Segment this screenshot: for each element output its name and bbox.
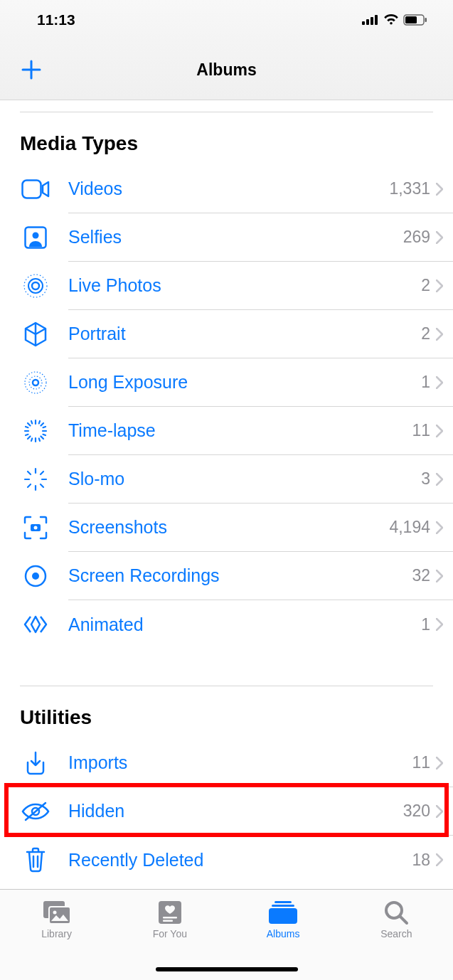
tab-albums[interactable]: Albums	[227, 890, 340, 980]
row-screen-recordings[interactable]: Screen Recordings32	[0, 552, 453, 600]
row-count: 1,331	[389, 179, 430, 198]
svg-line-20	[28, 423, 31, 426]
row-count: 3	[421, 469, 430, 489]
row-count: 4,194	[389, 518, 430, 537]
plus-icon	[20, 58, 43, 81]
svg-point-9	[33, 233, 39, 239]
row-imports[interactable]: Imports11	[0, 739, 453, 787]
row-portrait[interactable]: Portrait2	[0, 310, 453, 358]
row-count: 320	[403, 801, 430, 821]
tab-search[interactable]: Search	[340, 890, 453, 980]
svg-line-28	[26, 427, 28, 427]
section-title-media-types: Media Types	[0, 112, 453, 165]
row-hidden[interactable]: Hidden320	[0, 787, 453, 836]
eye-slash-icon	[21, 801, 50, 821]
row-label: Slo-mo	[68, 469, 421, 489]
chevron-right-icon	[436, 183, 443, 196]
trash-icon	[25, 847, 46, 873]
svg-rect-50	[163, 917, 177, 919]
row-count: 11	[412, 421, 430, 440]
status-bar: 11:13	[0, 0, 453, 40]
svg-rect-52	[275, 901, 292, 903]
status-time: 11:13	[37, 11, 75, 28]
page-title: Albums	[196, 60, 256, 80]
row-label: Time-lapse	[68, 420, 412, 441]
record-icon	[23, 564, 48, 588]
row-label: Imports	[68, 752, 412, 773]
cellular-icon	[362, 15, 379, 25]
video-icon	[21, 179, 50, 199]
row-selfies[interactable]: Selfies269	[0, 213, 453, 262]
chevron-right-icon	[436, 618, 443, 631]
row-recently-deleted[interactable]: Recently Deleted18	[0, 836, 453, 884]
svg-line-24	[31, 421, 32, 424]
row-long-exposure[interactable]: Long Exposure1	[0, 358, 453, 407]
svg-point-41	[34, 526, 38, 530]
svg-line-36	[28, 472, 31, 474]
tab-for-you[interactable]: For You	[113, 890, 226, 980]
row-label: Screen Recordings	[68, 565, 412, 586]
row-slomo[interactable]: Slo-mo3	[0, 455, 453, 504]
row-screenshots[interactable]: Screenshots4,194	[0, 504, 453, 552]
add-button[interactable]	[17, 55, 46, 84]
svg-point-14	[29, 376, 42, 389]
svg-line-23	[41, 423, 44, 426]
screenshot-icon	[23, 516, 48, 540]
row-live-photos[interactable]: Live Photos2	[0, 262, 453, 310]
row-label: Live Photos	[68, 275, 421, 296]
svg-rect-7	[23, 181, 41, 198]
tab-label: Albums	[267, 928, 300, 939]
svg-rect-53	[272, 905, 294, 907]
live-photo-icon	[23, 273, 48, 299]
section-title-utilities: Utilities	[0, 686, 453, 739]
svg-rect-3	[375, 15, 378, 25]
row-count: 18	[412, 851, 430, 870]
home-indicator[interactable]	[156, 967, 298, 971]
animated-icon	[22, 614, 49, 635]
albums-icon	[267, 900, 299, 925]
chevron-right-icon	[436, 473, 443, 486]
search-icon	[383, 900, 409, 925]
battery-icon	[403, 14, 427, 26]
chevron-right-icon	[436, 376, 443, 389]
svg-point-43	[32, 572, 39, 580]
svg-rect-6	[425, 18, 427, 22]
svg-line-22	[28, 437, 31, 440]
tab-library[interactable]: Library	[0, 890, 113, 980]
tab-label: Library	[41, 928, 72, 939]
svg-point-11	[28, 279, 43, 293]
row-label: Screenshots	[68, 517, 389, 538]
selfie-icon	[24, 226, 47, 249]
status-icons	[362, 14, 427, 26]
cube-icon	[23, 321, 48, 347]
svg-point-15	[25, 372, 46, 393]
svg-rect-0	[362, 21, 365, 25]
svg-line-38	[28, 484, 31, 487]
chevron-right-icon	[436, 853, 443, 866]
row-label: Long Exposure	[68, 372, 421, 393]
tab-bar: Library For You Albums Search	[0, 889, 453, 980]
library-icon	[42, 900, 72, 925]
svg-point-13	[33, 380, 38, 385]
chevron-right-icon	[436, 328, 443, 341]
svg-line-27	[43, 427, 46, 427]
svg-line-29	[43, 435, 46, 435]
row-label: Recently Deleted	[68, 850, 412, 870]
row-count: 1	[421, 615, 430, 634]
svg-rect-47	[49, 907, 70, 924]
svg-line-37	[41, 484, 43, 487]
svg-rect-1	[366, 19, 369, 25]
svg-rect-51	[163, 920, 173, 922]
row-animated[interactable]: Animated1	[0, 600, 453, 649]
svg-rect-5	[405, 16, 417, 23]
row-videos[interactable]: Videos1,331	[0, 165, 453, 213]
row-timelapse[interactable]: Time-lapse11	[0, 407, 453, 455]
svg-point-10	[32, 282, 39, 289]
svg-line-21	[41, 437, 44, 440]
chevron-right-icon	[436, 425, 443, 437]
svg-point-48	[53, 911, 56, 915]
row-count: 11	[412, 753, 430, 772]
foryou-icon	[157, 900, 183, 925]
svg-line-26	[26, 435, 28, 435]
tab-label: Search	[380, 928, 412, 939]
